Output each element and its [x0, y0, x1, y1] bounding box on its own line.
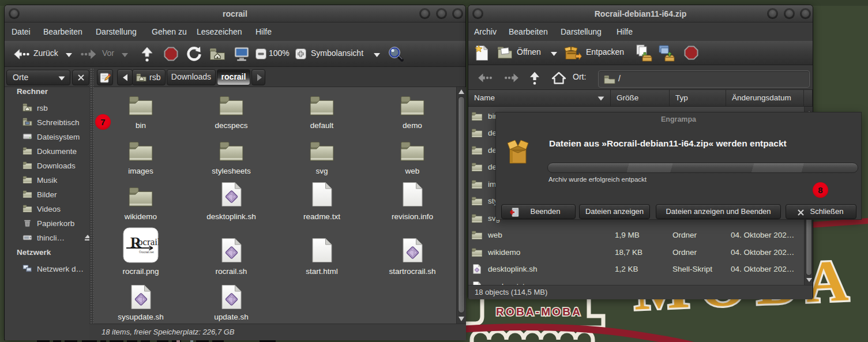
- sidebar-item-schreibtisch[interactable]: Schreibtisch: [5, 115, 89, 130]
- sidebar-item-papierkorb[interactable]: Papierkorb: [5, 216, 89, 231]
- file-item-wikidemo[interactable]: wikidemo: [97, 175, 184, 221]
- desktop: MOBA ROBA-MOBA rocrail: [0, 0, 868, 342]
- view-mode-dropdown-icon[interactable]: [373, 52, 381, 58]
- sidebar-item-netzwerk-d-[interactable]: Netzwerk d…: [5, 262, 89, 276]
- search-icon[interactable]: [388, 46, 404, 62]
- file-item-desktoplink-sh[interactable]: desktoplink.sh: [188, 175, 275, 221]
- show-files-button[interactable]: Dateien anzeigen: [579, 204, 650, 219]
- file-item-revision-info[interactable]: revision.info: [369, 175, 456, 221]
- file-item-readme-txt[interactable]: readme.txt: [279, 175, 365, 221]
- sidebar-item-bilder[interactable]: Bilder: [5, 187, 89, 202]
- maximize-button[interactable]: [436, 8, 447, 19]
- column-header-name[interactable]: Name: [468, 90, 611, 107]
- show-files-and-quit-button[interactable]: Dateien anzeigen und Beenden: [656, 204, 781, 219]
- close-button[interactable]: Schließen: [786, 204, 856, 219]
- breadcrumb-downloads[interactable]: Downloads: [167, 69, 216, 85]
- file-item-demo[interactable]: demo: [369, 84, 456, 130]
- places-combobox[interactable]: Orte: [6, 70, 70, 85]
- scroll-down-icon[interactable]: [806, 278, 812, 282]
- archive-row-desktoplink-sh[interactable]: desktoplink.sh1,2 KBShell-Skript04. Okto…: [468, 261, 804, 277]
- menu-item-4[interactable]: Hilfe: [617, 22, 633, 41]
- breadcrumb-rocrail[interactable]: rocrail: [217, 69, 250, 85]
- open-dropdown-icon[interactable]: [550, 51, 558, 57]
- close-sidebar-button[interactable]: [72, 70, 89, 85]
- file-manager-titlebar[interactable]: rocrail: [5, 5, 465, 22]
- file-item-images[interactable]: images: [97, 130, 184, 176]
- sidebar-item-downloads[interactable]: Downloads: [5, 159, 89, 173]
- column-header-date[interactable]: Änderungsdatum: [726, 90, 804, 107]
- file-item-startrocrail-sh[interactable]: startrocrail.sh: [369, 230, 456, 276]
- close-button[interactable]: [800, 8, 811, 19]
- back-icon[interactable]: [12, 47, 30, 61]
- up-icon[interactable]: [141, 46, 153, 62]
- column-header-type[interactable]: Typ: [670, 90, 726, 107]
- annotation-badge-8: 8: [813, 182, 828, 198]
- home-icon[interactable]: [551, 72, 566, 84]
- file-item-decspecs[interactable]: decspecs: [188, 84, 275, 130]
- file-item-start-html[interactable]: start.html: [279, 230, 365, 276]
- file-item-sysupdate-sh[interactable]: sysupdate.sh: [97, 276, 184, 322]
- menu-item-2[interactable]: Bearbeiten: [509, 22, 548, 41]
- open-button-label[interactable]: Öffnen: [517, 47, 541, 57]
- file-list-scrollbar-thumb[interactable]: [458, 96, 465, 313]
- file-item-label: desktoplink.sh: [188, 212, 275, 221]
- breadcrumb-rsb[interactable]: rsb: [132, 69, 166, 85]
- menu-item-3[interactable]: Darstellung: [561, 22, 602, 41]
- scroll-down-icon[interactable]: [459, 317, 464, 321]
- menu-item-1[interactable]: Datei: [12, 22, 31, 41]
- breadcrumb-scroll-right-button[interactable]: [251, 69, 265, 85]
- menu-item-1[interactable]: Archiv: [474, 22, 497, 41]
- home-folder-icon[interactable]: [209, 47, 226, 61]
- file-item-svg[interactable]: svg: [279, 130, 365, 176]
- archive-row-wikidemo[interactable]: wikidemo18,7 KBOrdner04. Oktober 202…: [468, 244, 804, 261]
- menu-item-3[interactable]: Darstellung: [96, 22, 137, 41]
- sidebar-item-rsb[interactable]: rsb: [5, 101, 89, 115]
- extract-icon[interactable]: [564, 45, 582, 61]
- minimize-button[interactable]: [419, 8, 430, 19]
- archive-row-readme-txt[interactable]: readme.txt: [468, 278, 804, 285]
- location-entry[interactable]: /: [598, 70, 810, 88]
- archive-row-web[interactable]: web1,9 MBOrdner04. Oktober 202…: [468, 227, 804, 243]
- open-archive-icon[interactable]: [497, 46, 513, 59]
- file-item-stylesheets[interactable]: stylesheets: [188, 130, 275, 176]
- sidebar-item-videos[interactable]: Videos: [5, 202, 89, 216]
- file-item-rocrail-png[interactable]: R ocrail ©rocrail.net rocrail.png: [97, 230, 184, 276]
- back-button-label[interactable]: Zurück: [33, 48, 58, 58]
- minimize-button[interactable]: [767, 8, 778, 19]
- menu-item-2[interactable]: Bearbeiten: [43, 22, 82, 41]
- menu-item-6[interactable]: Hilfe: [255, 22, 272, 41]
- sidebar-splitter[interactable]: [89, 67, 93, 340]
- close-button[interactable]: [452, 8, 463, 19]
- file-list-scrollbar[interactable]: [456, 87, 466, 324]
- back-dropdown-icon[interactable]: [65, 52, 73, 58]
- up-icon[interactable]: [529, 71, 540, 85]
- quit-button[interactable]: Beenden: [501, 204, 576, 219]
- new-archive-icon[interactable]: [474, 45, 489, 61]
- copy-folder-icon[interactable]: [658, 44, 675, 62]
- computer-icon[interactable]: [234, 46, 250, 62]
- sidebar-item-dokumente[interactable]: Dokumente: [5, 144, 89, 159]
- maximize-button[interactable]: [784, 8, 795, 19]
- sidebar-item-musik[interactable]: Musik: [5, 173, 89, 187]
- menu-item-5[interactable]: Lesezeichen: [197, 22, 242, 41]
- zoom-in-icon[interactable]: [295, 48, 306, 59]
- extract-button-label[interactable]: Entpacken: [586, 47, 624, 57]
- breadcrumb-scroll-left-button[interactable]: [117, 69, 133, 85]
- file-item-default[interactable]: default: [279, 84, 365, 130]
- copy-files-icon[interactable]: [636, 44, 653, 62]
- file-item-web[interactable]: web: [369, 130, 456, 176]
- file-item-update-sh[interactable]: update.sh: [188, 276, 275, 322]
- menu-item-4[interactable]: Gehen zu: [152, 22, 187, 41]
- sidebar-item-thincli-[interactable]: thincli…: [5, 231, 89, 245]
- file-item-label: images: [97, 167, 184, 176]
- shell-script-icon: [220, 182, 243, 207]
- edit-location-button[interactable]: [97, 69, 113, 85]
- column-header-size[interactable]: Größe: [611, 90, 670, 107]
- sidebar-item-dateisystem[interactable]: Dateisystem: [5, 130, 89, 144]
- archive-manager-titlebar[interactable]: Rocrail-debian11-i64.zip: [468, 5, 813, 22]
- view-mode-label[interactable]: Symbolansicht: [311, 48, 363, 58]
- zoom-out-icon[interactable]: [255, 48, 266, 59]
- file-item-rocrail-sh[interactable]: rocrail.sh: [188, 230, 275, 276]
- reload-icon[interactable]: [186, 46, 202, 62]
- scroll-up-icon[interactable]: [459, 89, 464, 94]
